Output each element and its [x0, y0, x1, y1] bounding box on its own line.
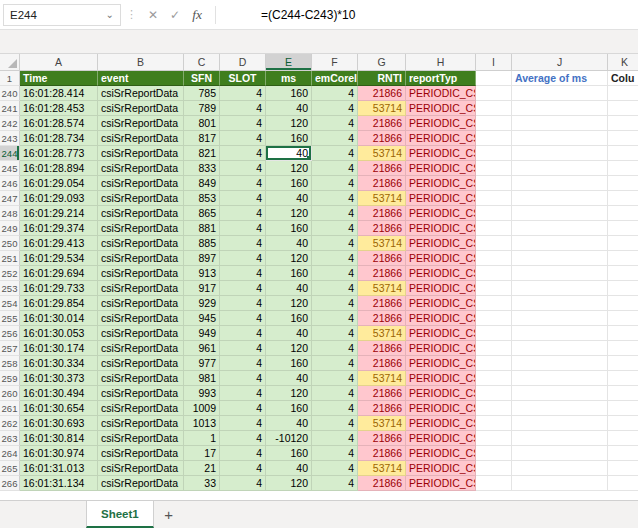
cell-F242[interactable]: 4 — [312, 116, 358, 131]
cell-J253[interactable] — [512, 281, 608, 296]
cell-C244[interactable]: 821 — [184, 146, 220, 161]
cell-D255[interactable]: 4 — [220, 311, 266, 326]
cell-G256[interactable]: 53714 — [358, 326, 406, 341]
column-header-F[interactable]: F — [312, 54, 358, 70]
cell-K253[interactable] — [608, 281, 638, 296]
name-box[interactable]: E244 ⌄ — [3, 4, 121, 26]
cell-H244[interactable]: PERIODIC_CSI — [406, 146, 476, 161]
cell-A240[interactable]: 16:01:28.414 — [20, 86, 98, 101]
cell-F250[interactable]: 4 — [312, 236, 358, 251]
cell-I257[interactable] — [476, 341, 512, 356]
column-header-I[interactable]: I — [476, 54, 512, 70]
cell-D247[interactable]: 4 — [220, 191, 266, 206]
cell-H243[interactable]: PERIODIC_CSI — [406, 131, 476, 146]
cell-G244[interactable]: 53714 — [358, 146, 406, 161]
cell-G250[interactable]: 53714 — [358, 236, 406, 251]
cell-E260[interactable]: 120 — [266, 386, 312, 401]
cell-C250[interactable]: 885 — [184, 236, 220, 251]
column-header-E[interactable]: E — [266, 54, 312, 70]
chevron-down-icon[interactable]: ⌄ — [106, 10, 114, 20]
cell-H260[interactable]: PERIODIC_CSI — [406, 386, 476, 401]
cell-I244[interactable] — [476, 146, 512, 161]
cell-H266[interactable]: PERIODIC_CSI — [406, 476, 476, 491]
cell-A249[interactable]: 16:01:29.374 — [20, 221, 98, 236]
cell-I240[interactable] — [476, 86, 512, 101]
column-header-D[interactable]: D — [220, 54, 266, 70]
cell-B265[interactable]: csiSrReportData — [98, 461, 184, 476]
cell-C252[interactable]: 913 — [184, 266, 220, 281]
cell-I255[interactable] — [476, 311, 512, 326]
cell-C240[interactable]: 785 — [184, 86, 220, 101]
cell-C254[interactable]: 929 — [184, 296, 220, 311]
cell-B253[interactable]: csiSrReportData — [98, 281, 184, 296]
cell-H263[interactable]: PERIODIC_CSI — [406, 431, 476, 446]
cell-H254[interactable]: PERIODIC_CSI — [406, 296, 476, 311]
cell-E264[interactable]: 160 — [266, 446, 312, 461]
row-number-245[interactable]: 245 — [0, 161, 20, 176]
column-header-A[interactable]: A — [20, 54, 98, 70]
cell-F265[interactable]: 4 — [312, 461, 358, 476]
cell-I256[interactable] — [476, 326, 512, 341]
cell-D262[interactable]: 4 — [220, 416, 266, 431]
cell-J248[interactable] — [512, 206, 608, 221]
cell-A256[interactable]: 16:01:30.053 — [20, 326, 98, 341]
row-number-251[interactable]: 251 — [0, 251, 20, 266]
cell-B251[interactable]: csiSrReportData — [98, 251, 184, 266]
cell-D242[interactable]: 4 — [220, 116, 266, 131]
cell-J264[interactable] — [512, 446, 608, 461]
cell-I251[interactable] — [476, 251, 512, 266]
row-number-247[interactable]: 247 — [0, 191, 20, 206]
cell-B245[interactable]: csiSrReportData — [98, 161, 184, 176]
cell-K260[interactable] — [608, 386, 638, 401]
cell-D260[interactable]: 4 — [220, 386, 266, 401]
cell-G252[interactable]: 21866 — [358, 266, 406, 281]
cell-E261[interactable]: 160 — [266, 401, 312, 416]
cell-G248[interactable]: 21866 — [358, 206, 406, 221]
cell-B248[interactable]: csiSrReportData — [98, 206, 184, 221]
cell-B260[interactable]: csiSrReportData — [98, 386, 184, 401]
cell-A263[interactable]: 16:01:30.814 — [20, 431, 98, 446]
cell-J241[interactable] — [512, 101, 608, 116]
cell-C255[interactable]: 945 — [184, 311, 220, 326]
insert-function-icon[interactable]: fx — [186, 4, 208, 26]
cell-K246[interactable] — [608, 176, 638, 191]
cell-F253[interactable]: 4 — [312, 281, 358, 296]
cell-E254[interactable]: 120 — [266, 296, 312, 311]
cell-I259[interactable] — [476, 371, 512, 386]
cell-H245[interactable]: PERIODIC_CSI — [406, 161, 476, 176]
cell-E252[interactable]: 160 — [266, 266, 312, 281]
cell-E253[interactable]: 40 — [266, 281, 312, 296]
cell-A264[interactable]: 16:01:30.974 — [20, 446, 98, 461]
cell-A248[interactable]: 16:01:29.214 — [20, 206, 98, 221]
header-cell-rnti[interactable]: RNTI — [358, 71, 406, 86]
cell-I250[interactable] — [476, 236, 512, 251]
cell-E240[interactable]: 160 — [266, 86, 312, 101]
cell-G259[interactable]: 53714 — [358, 371, 406, 386]
cell-D244[interactable]: 4 — [220, 146, 266, 161]
row-number-250[interactable]: 250 — [0, 236, 20, 251]
cell-C264[interactable]: 17 — [184, 446, 220, 461]
cell-C257[interactable]: 961 — [184, 341, 220, 356]
cell-F260[interactable]: 4 — [312, 386, 358, 401]
row-number-242[interactable]: 242 — [0, 116, 20, 131]
cell-F256[interactable]: 4 — [312, 326, 358, 341]
cell-D253[interactable]: 4 — [220, 281, 266, 296]
cell-J259[interactable] — [512, 371, 608, 386]
cell-K262[interactable] — [608, 416, 638, 431]
cell-H261[interactable]: PERIODIC_CSI — [406, 401, 476, 416]
cell-H255[interactable]: PERIODIC_CSI — [406, 311, 476, 326]
row-number-248[interactable]: 248 — [0, 206, 20, 221]
cell-C251[interactable]: 897 — [184, 251, 220, 266]
cell-A266[interactable]: 16:01:31.134 — [20, 476, 98, 491]
cell-H265[interactable]: PERIODIC_CSI — [406, 461, 476, 476]
cell-G263[interactable]: 21866 — [358, 431, 406, 446]
cell-J249[interactable] — [512, 221, 608, 236]
cell-F261[interactable]: 4 — [312, 401, 358, 416]
column-header-K[interactable]: K — [608, 54, 638, 70]
cell-A257[interactable]: 16:01:30.174 — [20, 341, 98, 356]
cell-H249[interactable]: PERIODIC_CSI — [406, 221, 476, 236]
cell-H247[interactable]: PERIODIC_CSI — [406, 191, 476, 206]
cell-F248[interactable]: 4 — [312, 206, 358, 221]
cell-D257[interactable]: 4 — [220, 341, 266, 356]
header-cell-event[interactable]: event — [98, 71, 184, 86]
